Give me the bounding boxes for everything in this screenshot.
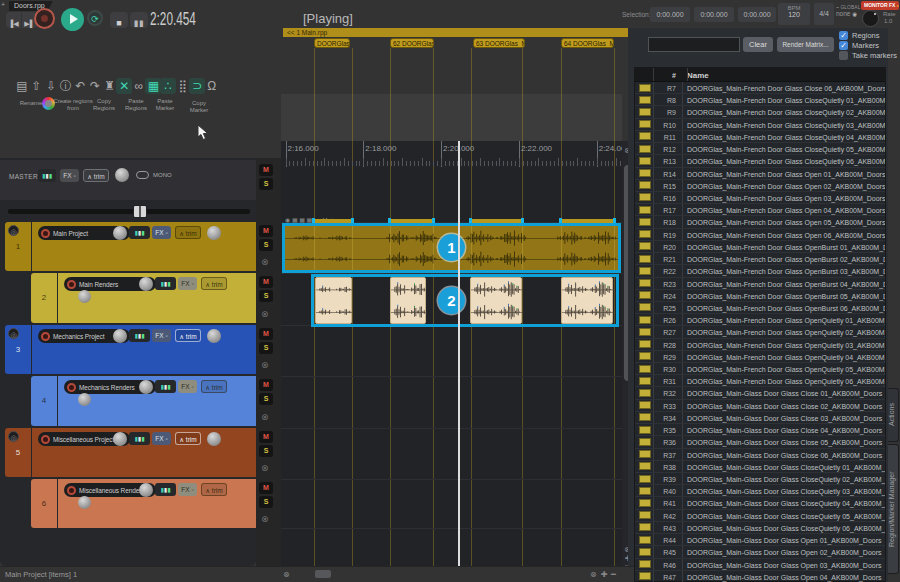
region-color-swatch[interactable] [639, 291, 651, 299]
track-5-fx-button[interactable]: FX ◦ [152, 432, 171, 445]
region-color-swatch[interactable] [639, 120, 651, 128]
stop-button[interactable]: ■ [110, 12, 128, 28]
checkbox-take-markers[interactable] [839, 51, 848, 60]
region-color-swatch[interactable] [639, 352, 651, 360]
region-row[interactable]: R43DOORGlas_Main-Glass Door Glass CloseQ… [635, 522, 885, 534]
region-row[interactable]: R15DOORGlas_Main-French Door Glass Open … [635, 180, 885, 192]
master-track[interactable]: MASTER ▮▮▮ FX ◦ ∧ trim MONO [0, 160, 256, 200]
region-color-swatch[interactable] [639, 206, 651, 214]
region-row[interactable]: R30DOORGlas_Main-French Door Glass OpenQ… [635, 363, 885, 375]
track-5-name[interactable]: Miscellaneous Project [53, 436, 114, 443]
track-3-fx-bypass-icon[interactable]: ⊗ [261, 361, 270, 370]
region-row[interactable]: R13DOORGlas_Main-French Door Glass Close… [635, 155, 885, 167]
region-row[interactable]: R29DOORGlas_Main-French Door Glass OpenQ… [635, 351, 885, 363]
track-2-name[interactable]: Main Renders [79, 281, 118, 288]
region-row[interactable]: R37DOORGlas_Main-Glass Door Glass Close … [635, 449, 885, 461]
region-row[interactable]: R27DOORGlas_Main-French Door Glass OpenQ… [635, 326, 885, 338]
region-color-swatch[interactable] [639, 475, 651, 483]
region-row[interactable]: R23DOORGlas_Main-French Door Glass OpenB… [635, 278, 885, 290]
master-trim-button[interactable]: ∧ trim [83, 169, 109, 182]
region-marker-pill[interactable]: 63 DOORGlas_Ma [473, 38, 525, 48]
track-2-tab[interactable]: 2 [31, 273, 57, 323]
master-mono-button[interactable]: MONO [153, 172, 172, 178]
region-row[interactable]: R24DOORGlas_Main-French Door Glass OpenB… [635, 290, 885, 302]
region-row[interactable]: R10DOORGlas_Main-French Door Glass Close… [635, 119, 885, 131]
region-row[interactable]: R34DOORGlas_Main-Glass Door Glass Close … [635, 412, 885, 424]
track-2-fx-button[interactable]: FX ◦ [178, 277, 197, 290]
region-color-swatch[interactable] [639, 560, 651, 568]
track-5-tab[interactable]: 5◎ [5, 428, 31, 477]
region-color-swatch[interactable] [639, 132, 651, 140]
import-down-icon[interactable]: ⇩ [43, 78, 59, 94]
region-color-swatch[interactable] [639, 426, 651, 434]
new-tab-button[interactable]: + [1, 1, 5, 8]
region-row[interactable]: R44DOORGlas_Main-Glass Door Glass Open 0… [635, 534, 885, 546]
record-arm-icon[interactable] [67, 280, 76, 289]
track-2-mute-button[interactable]: M [259, 276, 273, 288]
region-row[interactable]: R17DOORGlas_Main-French Door Glass Open … [635, 204, 885, 216]
region-row[interactable]: R45DOORGlas_Main-Glass Door Glass Open 0… [635, 546, 885, 558]
region-color-swatch[interactable] [639, 487, 651, 495]
region-row[interactable]: R38DOORGlas_Main-Glass Door Glass CloseQ… [635, 461, 885, 473]
region-row[interactable]: R40DOORGlas_Main-Glass Door Glass CloseQ… [635, 485, 885, 497]
region-color-swatch[interactable] [639, 548, 651, 556]
checkbox-markers[interactable]: ✓ [839, 41, 848, 50]
track-3-panel[interactable]: Mechanics Project▮▮▮FX ◦∧ trim [32, 325, 256, 374]
track-5-route-button[interactable]: ▮▮▮ [129, 432, 150, 445]
region-row[interactable]: R19DOORGlas_Main-French Door Glass Open … [635, 229, 885, 241]
grid-alt-icon[interactable]: ⣿ [175, 78, 191, 94]
arrange-project-bar[interactable]: << 1 Main.rpp [283, 28, 628, 37]
track-2-volume-knob[interactable] [139, 277, 153, 291]
track-6-fx-button[interactable]: FX ◦ [178, 483, 197, 496]
record-arm-icon[interactable] [41, 435, 50, 444]
track-2-trim-button[interactable]: ∧ trim [201, 277, 227, 290]
tab-region-marker-manager[interactable]: Region/Marker Manager [888, 444, 899, 574]
region-color-swatch[interactable] [639, 84, 651, 92]
master-solo-button[interactable]: S [259, 178, 273, 190]
track-4-volume-knob[interactable] [139, 380, 153, 394]
region-row[interactable]: R18DOORGlas_Main-French Door Glass Open … [635, 216, 885, 228]
grid-icon[interactable]: ▦ [145, 78, 161, 94]
track-4-fx-button[interactable]: FX ◦ [178, 380, 197, 393]
col-number[interactable]: # [655, 70, 676, 81]
track-6-tab[interactable]: 6 [31, 479, 57, 528]
record-arm-icon[interactable] [41, 229, 50, 238]
region-color-swatch[interactable] [639, 218, 651, 226]
track-3-tab[interactable]: 3◎ [5, 325, 31, 374]
track-6-panel[interactable]: Miscellaneous Renders▮▮▮FX ◦∧ trim [58, 479, 256, 528]
region-color-swatch[interactable] [639, 267, 651, 275]
undo-icon[interactable]: ↶ [72, 78, 88, 94]
master-pan-knob[interactable] [115, 168, 129, 182]
region-color-swatch[interactable] [639, 536, 651, 544]
region-marker-pill[interactable]: DOORGlas_I [314, 38, 350, 48]
monitor-fx-badge[interactable]: MONITOR FX ● [861, 1, 899, 10]
region-filter-input[interactable] [648, 37, 740, 52]
region-table-header[interactable]: # Name [635, 68, 885, 82]
document-icon[interactable]: ▤ [14, 78, 30, 94]
track-6-name[interactable]: Miscellaneous Renders [79, 487, 144, 494]
region-color-swatch[interactable] [639, 365, 651, 373]
track-2-fx-bypass-icon[interactable]: ⊗ [261, 310, 270, 319]
master-route-button[interactable]: ▮▮▮ [38, 169, 56, 182]
track-1-panel[interactable]: Main Project▮▮▮FX ◦∧ trim [32, 222, 256, 271]
col-name[interactable]: Name [687, 70, 885, 81]
track-5-trim-button[interactable]: ∧ trim [175, 432, 201, 445]
region-row[interactable]: R8DOORGlas_Main-French Door Glass CloseQ… [635, 94, 885, 106]
tab-actions[interactable]: Actions [888, 388, 899, 442]
region-color-swatch[interactable] [639, 96, 651, 104]
track-1-name[interactable]: Main Project [53, 230, 88, 237]
region-row[interactable]: R26DOORGlas_Main-French Door Glass OpenQ… [635, 314, 885, 326]
region-row[interactable]: R36DOORGlas_Main-Glass Door Glass Close … [635, 436, 885, 448]
clear-button[interactable]: Clear [743, 37, 773, 52]
playhead[interactable] [458, 141, 460, 566]
track-3-route-button[interactable]: ▮▮▮ [129, 329, 150, 342]
track-5-mute-button[interactable]: M [259, 431, 273, 443]
region-color-swatch[interactable] [639, 450, 651, 458]
paste-marker-icon[interactable]: ∴ [160, 78, 176, 94]
track-5-fx-bypass-icon[interactable]: ⊗ [261, 464, 270, 473]
track-3-name[interactable]: Mechanics Project [53, 333, 104, 340]
gear-icon[interactable]: ◉ [852, 11, 857, 17]
region-color-swatch[interactable] [639, 255, 651, 263]
record-arm-icon[interactable] [67, 486, 76, 495]
bpm-box[interactable]: BPM120 [778, 3, 810, 25]
